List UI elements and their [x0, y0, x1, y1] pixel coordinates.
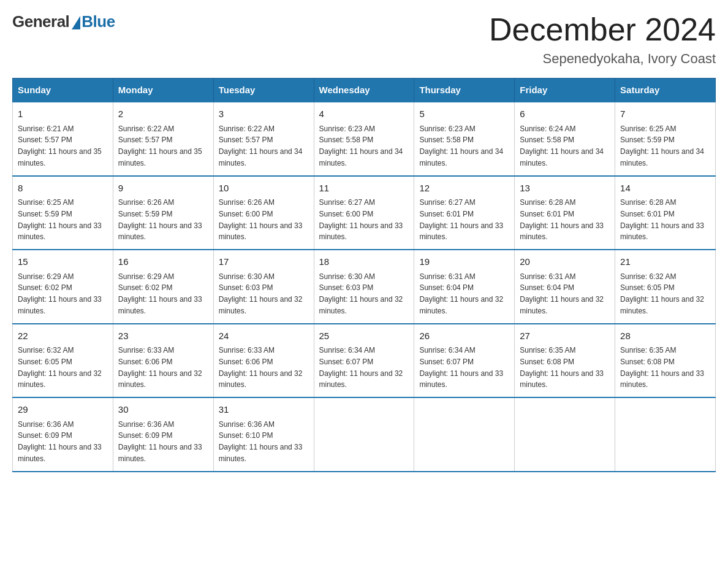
day-info: Sunrise: 6:30 AMSunset: 6:03 PMDaylight:…	[219, 272, 303, 315]
day-info: Sunrise: 6:31 AMSunset: 6:04 PMDaylight:…	[419, 272, 503, 315]
day-number: 15	[18, 255, 108, 269]
calendar-cell: 2Sunrise: 6:22 AMSunset: 5:57 PMDaylight…	[113, 102, 213, 176]
day-info: Sunrise: 6:29 AMSunset: 6:02 PMDaylight:…	[18, 272, 102, 315]
calendar-cell: 10Sunrise: 6:26 AMSunset: 6:00 PMDayligh…	[213, 176, 314, 250]
calendar-cell: 3Sunrise: 6:22 AMSunset: 5:57 PMDaylight…	[213, 102, 314, 176]
calendar-cell: 13Sunrise: 6:28 AMSunset: 6:01 PMDayligh…	[515, 176, 615, 250]
day-number: 3	[219, 107, 309, 121]
day-number: 2	[118, 107, 208, 121]
calendar-cell: 12Sunrise: 6:27 AMSunset: 6:01 PMDayligh…	[414, 176, 515, 250]
calendar-cell: 18Sunrise: 6:30 AMSunset: 6:03 PMDayligh…	[314, 250, 414, 324]
logo-triangle-icon	[72, 16, 80, 29]
calendar-cell: 16Sunrise: 6:29 AMSunset: 6:02 PMDayligh…	[113, 250, 213, 324]
calendar-cell: 24Sunrise: 6:33 AMSunset: 6:06 PMDayligh…	[213, 324, 314, 398]
calendar-cell: 25Sunrise: 6:34 AMSunset: 6:07 PMDayligh…	[314, 324, 414, 398]
day-number: 22	[18, 329, 108, 343]
day-info: Sunrise: 6:22 AMSunset: 5:57 PMDaylight:…	[118, 124, 202, 167]
day-info: Sunrise: 6:36 AMSunset: 6:10 PMDaylight:…	[219, 420, 303, 463]
calendar-table: SundayMondayTuesdayWednesdayThursdayFrid…	[12, 78, 716, 472]
day-number: 14	[620, 182, 710, 196]
calendar-cell: 15Sunrise: 6:29 AMSunset: 6:02 PMDayligh…	[13, 250, 113, 324]
calendar-cell: 21Sunrise: 6:32 AMSunset: 6:05 PMDayligh…	[615, 250, 716, 324]
day-info: Sunrise: 6:31 AMSunset: 6:04 PMDaylight:…	[520, 272, 604, 315]
day-number: 21	[620, 255, 710, 269]
day-number: 6	[520, 107, 610, 121]
day-info: Sunrise: 6:28 AMSunset: 6:01 PMDaylight:…	[620, 198, 704, 241]
day-number: 26	[419, 329, 509, 343]
calendar-cell: 4Sunrise: 6:23 AMSunset: 5:58 PMDaylight…	[314, 102, 414, 176]
day-number: 4	[319, 107, 409, 121]
day-number: 18	[319, 255, 409, 269]
calendar-cell: 28Sunrise: 6:35 AMSunset: 6:08 PMDayligh…	[615, 324, 716, 398]
day-info: Sunrise: 6:34 AMSunset: 6:07 PMDaylight:…	[419, 346, 503, 389]
calendar-cell	[615, 397, 716, 472]
day-info: Sunrise: 6:24 AMSunset: 5:58 PMDaylight:…	[520, 124, 604, 167]
weekday-header-monday: Monday	[113, 79, 213, 102]
day-number: 17	[219, 255, 309, 269]
calendar-cell: 29Sunrise: 6:36 AMSunset: 6:09 PMDayligh…	[13, 397, 113, 472]
day-info: Sunrise: 6:32 AMSunset: 6:05 PMDaylight:…	[18, 346, 102, 389]
calendar-cell: 23Sunrise: 6:33 AMSunset: 6:06 PMDayligh…	[113, 324, 213, 398]
day-info: Sunrise: 6:35 AMSunset: 6:08 PMDaylight:…	[520, 346, 604, 389]
weekday-header-saturday: Saturday	[615, 79, 716, 102]
calendar-cell: 19Sunrise: 6:31 AMSunset: 6:04 PMDayligh…	[414, 250, 515, 324]
calendar-cell	[414, 397, 515, 472]
day-info: Sunrise: 6:27 AMSunset: 6:01 PMDaylight:…	[419, 198, 503, 241]
day-info: Sunrise: 6:34 AMSunset: 6:07 PMDaylight:…	[319, 346, 403, 389]
day-info: Sunrise: 6:33 AMSunset: 6:06 PMDaylight:…	[219, 346, 303, 389]
day-number: 10	[219, 182, 309, 196]
calendar-week-row: 29Sunrise: 6:36 AMSunset: 6:09 PMDayligh…	[13, 397, 716, 472]
title-block: December 2024 Sepenedyokaha, Ivory Coast	[489, 12, 716, 67]
day-number: 5	[419, 107, 509, 121]
location-subtitle: Sepenedyokaha, Ivory Coast	[489, 51, 716, 67]
day-number: 27	[520, 329, 610, 343]
calendar-cell: 5Sunrise: 6:23 AMSunset: 5:58 PMDaylight…	[414, 102, 515, 176]
logo-blue-text: Blue	[82, 12, 115, 31]
day-info: Sunrise: 6:30 AMSunset: 6:03 PMDaylight:…	[319, 272, 403, 315]
day-info: Sunrise: 6:22 AMSunset: 5:57 PMDaylight:…	[219, 124, 303, 167]
day-info: Sunrise: 6:36 AMSunset: 6:09 PMDaylight:…	[118, 420, 202, 463]
month-year-title: December 2024	[489, 12, 716, 47]
calendar-week-row: 8Sunrise: 6:25 AMSunset: 5:59 PMDaylight…	[13, 176, 716, 250]
calendar-week-row: 22Sunrise: 6:32 AMSunset: 6:05 PMDayligh…	[13, 324, 716, 398]
logo-general-text: General	[12, 12, 69, 31]
day-number: 25	[319, 329, 409, 343]
weekday-header-wednesday: Wednesday	[314, 79, 414, 102]
calendar-cell: 26Sunrise: 6:34 AMSunset: 6:07 PMDayligh…	[414, 324, 515, 398]
day-info: Sunrise: 6:23 AMSunset: 5:58 PMDaylight:…	[319, 124, 403, 167]
calendar-cell: 30Sunrise: 6:36 AMSunset: 6:09 PMDayligh…	[113, 397, 213, 472]
day-info: Sunrise: 6:25 AMSunset: 5:59 PMDaylight:…	[620, 124, 704, 167]
calendar-cell: 31Sunrise: 6:36 AMSunset: 6:10 PMDayligh…	[213, 397, 314, 472]
day-number: 11	[319, 182, 409, 196]
day-number: 28	[620, 329, 710, 343]
day-info: Sunrise: 6:32 AMSunset: 6:05 PMDaylight:…	[620, 272, 704, 315]
day-number: 29	[18, 403, 108, 417]
weekday-header-tuesday: Tuesday	[213, 79, 314, 102]
weekday-header-thursday: Thursday	[414, 79, 515, 102]
day-number: 31	[219, 403, 309, 417]
day-info: Sunrise: 6:25 AMSunset: 5:59 PMDaylight:…	[18, 198, 102, 241]
day-number: 1	[18, 107, 108, 121]
calendar-cell	[515, 397, 615, 472]
weekday-header-friday: Friday	[515, 79, 615, 102]
day-info: Sunrise: 6:36 AMSunset: 6:09 PMDaylight:…	[18, 420, 102, 463]
day-info: Sunrise: 6:21 AMSunset: 5:57 PMDaylight:…	[18, 124, 102, 167]
day-info: Sunrise: 6:27 AMSunset: 6:00 PMDaylight:…	[319, 198, 403, 241]
calendar-cell: 14Sunrise: 6:28 AMSunset: 6:01 PMDayligh…	[615, 176, 716, 250]
day-number: 13	[520, 182, 610, 196]
calendar-cell	[314, 397, 414, 472]
day-number: 30	[118, 403, 208, 417]
calendar-cell: 7Sunrise: 6:25 AMSunset: 5:59 PMDaylight…	[615, 102, 716, 176]
day-number: 8	[18, 182, 108, 196]
day-info: Sunrise: 6:35 AMSunset: 6:08 PMDaylight:…	[620, 346, 704, 389]
day-number: 24	[219, 329, 309, 343]
calendar-week-row: 1Sunrise: 6:21 AMSunset: 5:57 PMDaylight…	[13, 102, 716, 176]
calendar-cell: 6Sunrise: 6:24 AMSunset: 5:58 PMDaylight…	[515, 102, 615, 176]
day-number: 19	[419, 255, 509, 269]
day-info: Sunrise: 6:23 AMSunset: 5:58 PMDaylight:…	[419, 124, 503, 167]
day-number: 9	[118, 182, 208, 196]
calendar-cell: 22Sunrise: 6:32 AMSunset: 6:05 PMDayligh…	[13, 324, 113, 398]
day-info: Sunrise: 6:26 AMSunset: 6:00 PMDaylight:…	[219, 198, 303, 241]
day-number: 16	[118, 255, 208, 269]
page-header: General Blue December 2024 Sepenedyokaha…	[12, 12, 716, 67]
